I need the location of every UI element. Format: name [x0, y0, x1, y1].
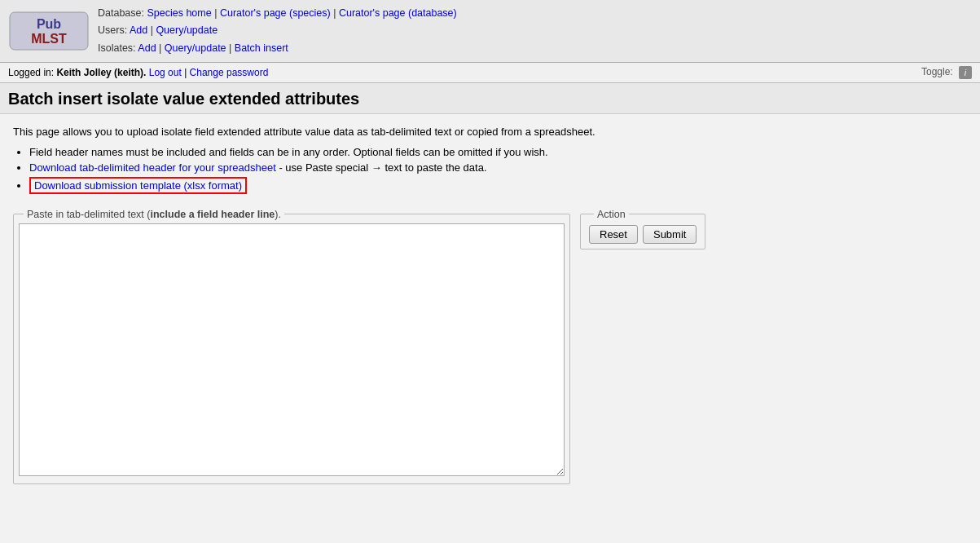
- bullets-list: Field header names must be included and …: [29, 146, 967, 194]
- bullet-1-text: Field header names must be included and …: [29, 146, 548, 158]
- paste-legend: Paste in tab-delimited text (include a f…: [24, 209, 284, 220]
- bullet-3: Download submission template (xlsx forma…: [29, 177, 967, 194]
- curator-database-link[interactable]: Curator's page (database): [339, 7, 457, 19]
- info-text: This page allows you to upload isolate f…: [13, 126, 967, 138]
- toggle-area: Toggle: i: [921, 66, 972, 79]
- main-content: This page allows you to upload isolate f…: [0, 114, 980, 543]
- svg-text:Pub: Pub: [37, 17, 61, 31]
- page-title-bar: Batch insert isolate value extended attr…: [0, 83, 980, 114]
- username-display: Keith Jolley (keith).: [56, 67, 146, 78]
- header: Pub MLST Database: Species home | Curato…: [0, 0, 980, 63]
- logo: Pub MLST: [8, 11, 90, 51]
- paste-textarea[interactable]: [19, 223, 565, 476]
- svg-text:MLST: MLST: [31, 32, 67, 46]
- species-home-link[interactable]: Species home: [147, 7, 211, 19]
- download-header-link[interactable]: Download tab-delimited header for your s…: [29, 161, 276, 174]
- logged-in-label: Logged in:: [8, 67, 56, 78]
- action-fieldset: Action Reset Submit: [580, 209, 705, 249]
- users-label: Users:: [98, 24, 127, 36]
- bullet-2: Download tab-delimited header for your s…: [29, 161, 967, 174]
- bullet-2-suffix: - use Paste special → text to paste the …: [276, 161, 487, 174]
- isolates-row: Isolates: Add | Query/update | Batch ins…: [98, 40, 457, 57]
- isolates-batch-link[interactable]: Batch insert: [235, 42, 288, 54]
- paste-fieldset: Paste in tab-delimited text (include a f…: [13, 209, 570, 484]
- download-template-box: Download submission template (xlsx forma…: [29, 177, 247, 194]
- change-password-link[interactable]: Change password: [190, 67, 269, 78]
- submit-button[interactable]: Submit: [643, 225, 697, 244]
- database-row: Database: Species home | Curator's page …: [98, 5, 457, 22]
- users-query-link[interactable]: Query/update: [156, 24, 218, 36]
- isolates-label: Isolates:: [98, 42, 136, 54]
- reset-button[interactable]: Reset: [589, 225, 638, 244]
- users-add-link[interactable]: Add: [130, 24, 147, 36]
- bullet-1: Field header names must be included and …: [29, 146, 967, 158]
- log-out-link[interactable]: Log out: [149, 67, 182, 78]
- action-legend: Action: [594, 209, 629, 220]
- isolates-add-link[interactable]: Add: [138, 42, 156, 54]
- page-title: Batch insert isolate value extended attr…: [8, 90, 972, 108]
- users-row: Users: Add | Query/update: [98, 22, 457, 39]
- toggle-icon[interactable]: i: [959, 66, 972, 79]
- toggle-label: Toggle:: [921, 66, 953, 77]
- download-template-link[interactable]: Download submission template (xlsx forma…: [34, 179, 242, 192]
- login-info: Logged in: Keith Jolley (keith). Log out…: [8, 67, 268, 78]
- paste-legend-bold: include a field header line: [150, 209, 275, 220]
- header-links: Database: Species home | Curator's page …: [98, 5, 457, 57]
- database-label: Database:: [98, 7, 144, 19]
- login-bar: Logged in: Keith Jolley (keith). Log out…: [0, 63, 980, 83]
- paste-legend-suffix: ).: [275, 209, 281, 220]
- action-buttons: Reset Submit: [589, 225, 697, 244]
- isolates-query-link[interactable]: Query/update: [165, 42, 226, 54]
- paste-legend-prefix: Paste in tab-delimited text (: [27, 209, 150, 220]
- curator-species-link[interactable]: Curator's page (species): [220, 7, 331, 19]
